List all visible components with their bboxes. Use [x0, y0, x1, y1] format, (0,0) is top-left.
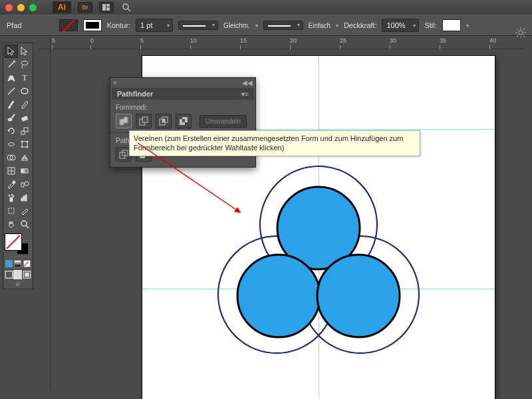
rectangle-tool[interactable] — [18, 84, 31, 98]
artwork[interactable] — [215, 162, 422, 370]
intersect-button[interactable] — [156, 114, 172, 128]
tooltip: Vereinen (zum Erstellen einer zusammenge… — [129, 130, 420, 156]
svg-point-5 — [519, 31, 523, 35]
svg-rect-26 — [22, 142, 27, 147]
svg-line-13 — [523, 29, 525, 30]
stroke-swatch[interactable] — [83, 19, 102, 31]
direct-selection-tool[interactable] — [18, 45, 31, 58]
control-bar: Pfad Kontur: 1 pt Gleichm. ▾ Einfach ▾ D… — [0, 15, 532, 36]
stroke-profile-2[interactable] — [263, 21, 303, 30]
screen-mode-full[interactable] — [13, 270, 22, 279]
free-transform-tool[interactable] — [18, 138, 31, 151]
scale-tool[interactable] — [18, 124, 31, 138]
blend-tool[interactable] — [18, 178, 31, 191]
svg-rect-64 — [142, 117, 148, 122]
svg-point-30 — [27, 146, 28, 148]
fill-stroke-indicator[interactable] — [5, 233, 31, 257]
pen-tool[interactable] — [5, 71, 18, 84]
svg-line-12 — [517, 35, 518, 37]
shape-builder-tool[interactable] — [5, 151, 18, 164]
screen-mode-toggle[interactable]: ⎚ — [5, 280, 31, 287]
svg-line-11 — [523, 35, 525, 37]
exclude-button[interactable] — [176, 114, 192, 128]
arrange-docs-button[interactable] — [99, 2, 114, 13]
symbol-sprayer-tool[interactable] — [5, 191, 18, 204]
minus-front-button[interactable] — [136, 114, 152, 128]
unite-button[interactable] — [116, 114, 132, 128]
bridge-button[interactable]: Br — [78, 2, 92, 13]
eraser-tool[interactable] — [18, 111, 31, 124]
expand-button[interactable]: Umwandeln — [200, 115, 247, 128]
opacity-value: 100% — [386, 21, 405, 29]
selection-tool[interactable] — [5, 45, 18, 58]
svg-line-19 — [8, 88, 15, 94]
ruler-tick: 0 — [90, 37, 94, 49]
eyedropper-tool[interactable] — [5, 178, 18, 191]
rotate-tool[interactable] — [5, 124, 18, 138]
ruler-tick: 25 — [340, 37, 346, 49]
perspective-grid-tool[interactable] — [18, 151, 31, 164]
hand-tool[interactable] — [5, 217, 18, 231]
svg-point-18 — [21, 61, 28, 65]
panel-close-icon[interactable]: × — [113, 79, 117, 86]
svg-line-49 — [26, 225, 29, 228]
magic-wand-tool[interactable] — [5, 58, 18, 71]
width-tool[interactable] — [5, 138, 18, 151]
pencil-tool[interactable] — [18, 98, 31, 111]
svg-point-3 — [123, 4, 128, 9]
gradient-tool[interactable] — [18, 164, 31, 178]
paintbrush-tool[interactable] — [5, 98, 18, 111]
slice-tool[interactable] — [18, 204, 31, 217]
blob-brush-tool[interactable] — [5, 111, 18, 124]
ruler-origin[interactable] — [39, 37, 51, 49]
svg-rect-50 — [5, 271, 12, 277]
titlebar: Ai Br — [0, 0, 532, 15]
ruler-tick: 20 — [290, 37, 297, 49]
stroke-weight-value: 1 pt — [140, 21, 152, 29]
ruler-tick: 10 — [190, 37, 197, 49]
type-tool[interactable]: T — [18, 71, 31, 84]
svg-rect-0 — [102, 4, 106, 11]
search-icon[interactable] — [122, 3, 131, 12]
svg-rect-53 — [25, 273, 29, 276]
ruler-tick: 40 — [489, 37, 496, 49]
svg-point-28 — [27, 141, 28, 142]
screen-mode-normal[interactable] — [5, 270, 13, 279]
lasso-tool[interactable] — [18, 58, 31, 71]
shape-modes-label: Formmodi: — [116, 104, 250, 111]
artboard-tool[interactable] — [5, 204, 18, 217]
svg-rect-40 — [10, 198, 13, 201]
color-mode-color[interactable] — [5, 260, 13, 267]
color-mode-row — [5, 260, 31, 267]
svg-line-22 — [11, 114, 15, 118]
zoom-tool[interactable] — [18, 217, 31, 231]
ruler-vertical[interactable] — [39, 49, 51, 391]
ruler-horizontal[interactable]: 50510152025303540 — [51, 37, 524, 49]
stroke-profile-1[interactable] — [178, 21, 218, 30]
selection-type-label: Pfad — [7, 21, 22, 29]
svg-point-29 — [21, 146, 23, 148]
svg-point-62 — [317, 255, 400, 337]
color-mode-gradient[interactable] — [14, 260, 21, 267]
line-tool[interactable] — [5, 84, 18, 98]
svg-rect-44 — [21, 198, 23, 201]
svg-point-15 — [13, 61, 15, 63]
fill-swatch[interactable] — [59, 19, 78, 31]
opacity-field[interactable]: 100% — [382, 19, 419, 32]
panel-flyout-icon[interactable]: ▾≡ — [241, 90, 249, 98]
minimize-window[interactable] — [17, 4, 25, 11]
stroke-weight-field[interactable]: 1 pt — [136, 19, 173, 32]
close-window[interactable] — [5, 4, 13, 11]
column-graph-tool[interactable] — [18, 191, 31, 204]
svg-line-14 — [9, 63, 13, 67]
tools-panel: T — [3, 43, 33, 289]
panel-title: Pathfinder — [117, 90, 153, 98]
panel-collapse-icon[interactable]: ◀◀ — [242, 79, 253, 86]
color-mode-none[interactable] — [23, 260, 31, 267]
arrange-icon — [102, 4, 110, 11]
zoom-window[interactable] — [29, 4, 37, 11]
style-swatch[interactable] — [442, 19, 461, 31]
draw-mode[interactable] — [23, 270, 31, 279]
svg-rect-36 — [21, 169, 28, 173]
mesh-tool[interactable] — [5, 164, 18, 178]
